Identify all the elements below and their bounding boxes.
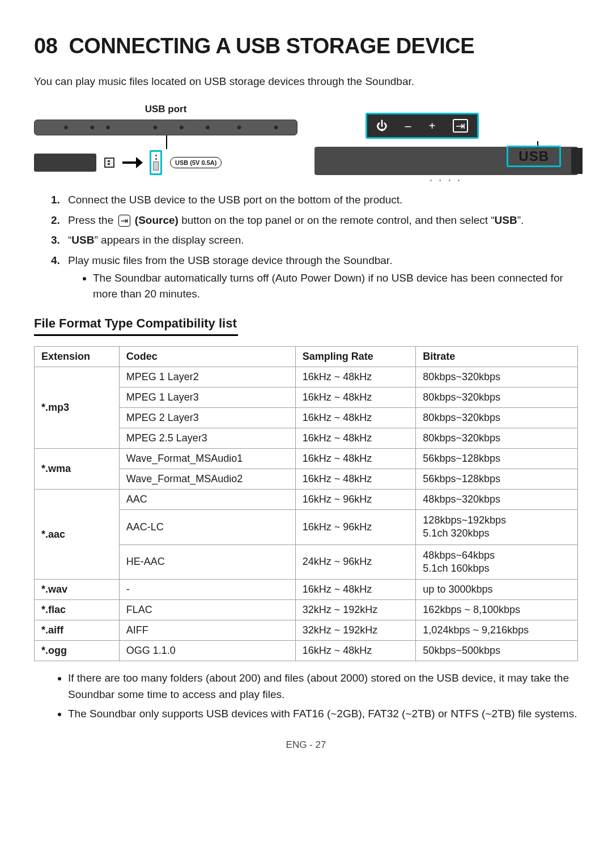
table-row: *.wav-16kHz ~ 48kHzup to 3000kbps xyxy=(35,580,578,600)
cell-extension: *.aac xyxy=(35,489,120,580)
page-footer: ENG - 27 xyxy=(34,739,578,751)
step-4-sub: The Soundbar automatically turns off (Au… xyxy=(93,270,578,301)
table-row: *.oggOGG 1.1.016kHz ~ 48kHz50kbps~500kbp… xyxy=(35,641,578,661)
step-1: Connect the USB device to the USB port o… xyxy=(51,192,578,208)
usb-stick-icon xyxy=(34,154,96,172)
cell-codec: MPEG 2.5 Layer3 xyxy=(119,428,295,448)
cell-extension: *.aiff xyxy=(35,620,120,641)
step-2-usb: USB xyxy=(495,214,517,226)
cell-sampling: 16kHz ~ 48kHz xyxy=(295,367,416,387)
note-1: If there are too many folders (about 200… xyxy=(68,670,578,703)
step-2-source-label: (Source) xyxy=(135,214,178,226)
step-3-text-b: ” appears in the display screen. xyxy=(94,234,244,246)
cell-bitrate: 50kbps~500kbps xyxy=(416,641,578,661)
usb-tip-icon xyxy=(104,158,114,168)
cell-codec: AIFF xyxy=(119,620,295,641)
cell-sampling: 32kHz ~ 192kHz xyxy=(295,600,416,620)
cell-extension: *.flac xyxy=(35,600,120,620)
table-row: *.wmaWave_Format_MSAudio116kHz ~ 48kHz56… xyxy=(35,448,578,469)
cell-bitrate: 128kbps~192kbps5.1ch 320kbps xyxy=(416,509,578,544)
cell-extension: *.wma xyxy=(35,448,120,489)
intro-text: You can play music files located on USB … xyxy=(34,75,578,88)
step-4-sub-item: The Soundbar automatically turns off (Au… xyxy=(93,270,578,301)
cell-codec: FLAC xyxy=(119,600,295,620)
table-row: *.flacFLAC32kHz ~ 192kHz162kbps ~ 8,100k… xyxy=(35,600,578,620)
cell-codec: HE-AAC xyxy=(119,544,295,580)
soundbar-top-icon xyxy=(34,120,298,135)
th-codec: Codec xyxy=(119,346,295,367)
cell-codec: AAC-LC xyxy=(119,509,295,544)
cell-sampling: 16kHz ~ 48kHz xyxy=(295,580,416,600)
cell-bitrate: 80kbps~320kbps xyxy=(416,428,578,448)
step-3: “USB” appears in the display screen. xyxy=(51,232,578,248)
plus-icon: + xyxy=(429,120,436,133)
source-button-icon: ⇥ xyxy=(453,119,468,133)
chapter-title: 08 CONNECTING A USB STORAGE DEVICE xyxy=(34,34,578,58)
cell-codec: AAC xyxy=(119,489,295,509)
cell-codec: - xyxy=(119,580,295,600)
cell-sampling: 16kHz ~ 48kHz xyxy=(295,428,416,448)
compat-heading: File Format Type Compatibility list xyxy=(34,316,578,331)
cell-codec: OGG 1.1.0 xyxy=(119,641,295,661)
cell-sampling: 16kHz ~ 48kHz xyxy=(295,407,416,428)
diagram-area: USB port USB (5V 0.5A) ⏻ – + ⇥ • • • • U… xyxy=(34,104,578,175)
table-row: *.aiffAIFF32kHz ~ 192kHz1,024kbps ~ 9,21… xyxy=(35,620,578,641)
cell-sampling: 16kHz ~ 96kHz xyxy=(295,489,416,509)
step-4-text: Play music files from the USB storage de… xyxy=(68,254,392,266)
cell-sampling: 32kHz ~ 192kHz xyxy=(295,620,416,641)
arrow-right-icon xyxy=(122,161,142,164)
cell-codec: MPEG 1 Layer3 xyxy=(119,387,295,407)
diagram-right: ⏻ – + ⇥ • • • • USB xyxy=(314,113,578,175)
cell-bitrate: up to 3000kbps xyxy=(416,580,578,600)
usb-insert-row: USB (5V 0.5A) xyxy=(34,150,298,175)
step-2-text-a: Press the xyxy=(68,214,117,226)
minus-icon: – xyxy=(405,120,411,133)
usb-port-label: USB port xyxy=(34,104,298,115)
cell-sampling: 16kHz ~ 48kHz xyxy=(295,387,416,407)
th-bitrate: Bitrate xyxy=(416,346,578,367)
th-extension: Extension xyxy=(35,346,120,367)
step-2: Press the ⇥ (Source) button on the top p… xyxy=(51,212,578,228)
step-3-usb: USB xyxy=(71,234,94,246)
cell-extension: *.mp3 xyxy=(35,367,120,448)
compat-table: Extension Codec Sampling Rate Bitrate *.… xyxy=(34,346,578,662)
chapter-title-text: CONNECTING A USB STORAGE DEVICE xyxy=(69,34,474,58)
table-row: *.aacAAC16kHz ~ 96kHz48kbps~320kbps xyxy=(35,489,578,509)
source-inline-icon: ⇥ xyxy=(118,215,130,227)
notes-list: If there are too many folders (about 200… xyxy=(68,670,578,722)
cell-sampling: 16kHz ~ 48kHz xyxy=(295,469,416,489)
control-panel-icon: ⏻ – + ⇥ xyxy=(366,113,479,139)
cell-sampling: 16kHz ~ 96kHz xyxy=(295,509,416,544)
step-2-text-c: ”. xyxy=(517,214,524,226)
cell-bitrate: 48kbps~320kbps xyxy=(416,489,578,509)
usb-port-icon xyxy=(150,150,162,175)
table-header-row: Extension Codec Sampling Rate Bitrate xyxy=(35,346,578,367)
heading-underline xyxy=(34,334,238,336)
cell-bitrate: 56kbps~128kbps xyxy=(416,469,578,489)
step-4: Play music files from the USB storage de… xyxy=(51,253,578,302)
cell-codec: MPEG 1 Layer2 xyxy=(119,367,295,387)
dots-icon: • • • • xyxy=(430,177,462,184)
power-icon: ⏻ xyxy=(376,120,388,133)
note-2: The Soundbar only supports USB devices w… xyxy=(68,706,578,722)
cell-codec: Wave_Format_MSAudio1 xyxy=(119,448,295,469)
cell-bitrate: 1,024kbps ~ 9,216kbps xyxy=(416,620,578,641)
display-usb-box: USB xyxy=(507,146,561,167)
step-2-text-b: button on the top panel or on the remote… xyxy=(178,214,495,226)
cell-bitrate: 80kbps~320kbps xyxy=(416,407,578,428)
chapter-number: 08 xyxy=(34,34,57,58)
diagram-left: USB port USB (5V 0.5A) xyxy=(34,104,298,175)
cell-bitrate: 80kbps~320kbps xyxy=(416,387,578,407)
cell-bitrate: 80kbps~320kbps xyxy=(416,367,578,387)
callout-line xyxy=(166,135,167,149)
cell-sampling: 24kHz ~ 96kHz xyxy=(295,544,416,580)
cell-codec: MPEG 2 Layer3 xyxy=(119,407,295,428)
cell-sampling: 16kHz ~ 48kHz xyxy=(295,448,416,469)
cell-extension: *.ogg xyxy=(35,641,120,661)
usb-power-caption: USB (5V 0.5A) xyxy=(170,157,222,168)
cell-sampling: 16kHz ~ 48kHz xyxy=(295,641,416,661)
step-1-text: Connect the USB device to the USB port o… xyxy=(68,194,402,206)
cell-codec: Wave_Format_MSAudio2 xyxy=(119,469,295,489)
steps-list: Connect the USB device to the USB port o… xyxy=(51,192,578,301)
cell-bitrate: 48kbps~64kbps5.1ch 160kbps xyxy=(416,544,578,580)
